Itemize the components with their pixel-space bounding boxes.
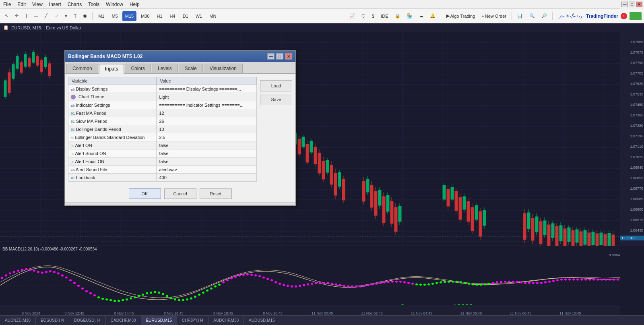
ok-button[interactable]: OK bbox=[129, 188, 161, 199]
save-button[interactable]: Save bbox=[260, 94, 292, 105]
row-alert-on[interactable]: ▷ Alert ON false bbox=[68, 141, 257, 149]
dialog-titlebar: Bollinger Bands MACD MT5 1.02 — □ ✕ bbox=[65, 51, 295, 62]
row-alert-sound-file[interactable]: ab Alert Sound File alert.wav bbox=[68, 166, 257, 174]
row-alert-on-var: ▷ Alert ON bbox=[68, 141, 157, 149]
row-chart-theme-val: Light bbox=[157, 93, 257, 101]
row-alert-sound-file-val: alert.wav bbox=[157, 166, 257, 174]
row-lookback-val: 400 bbox=[157, 174, 257, 182]
ab-icon-2: ab bbox=[71, 104, 75, 108]
tab-scale[interactable]: Scale bbox=[179, 64, 203, 73]
cancel-button[interactable]: Cancel bbox=[164, 188, 196, 199]
row-display-settings-val: ========== Display Settings =======... bbox=[157, 85, 257, 93]
dialog-footer: OK Cancel Reset bbox=[65, 185, 295, 202]
row-alert-email-val: false bbox=[157, 157, 257, 166]
dialog-controls: — □ ✕ bbox=[267, 53, 292, 60]
dialog-tabs: Common Inputs Colors Levels Scale Visual… bbox=[65, 62, 295, 74]
ab-icon-1: ab bbox=[71, 87, 75, 91]
row-alert-email-var: ▷ Alert Email ON bbox=[68, 157, 157, 166]
row-bb-period-val: 10 bbox=[157, 125, 257, 133]
01-icon-4: 01 bbox=[71, 176, 75, 180]
dialog-minimize[interactable]: — bbox=[267, 53, 275, 60]
01-icon-2: 01 bbox=[71, 120, 75, 124]
reset-button[interactable]: Reset bbox=[200, 188, 232, 199]
row-display-settings-var: ab Display Settings bbox=[68, 85, 157, 93]
row-slow-ma[interactable]: 01 Slow MA Period 26 bbox=[68, 117, 257, 125]
row-alert-sound-val: false bbox=[157, 149, 257, 157]
tab-colors[interactable]: Colors bbox=[125, 64, 151, 73]
01-icon-1: 01 bbox=[71, 112, 75, 116]
params-table: Variable Value ab Display Settings =====… bbox=[68, 77, 257, 182]
dialog-content: Variable Value ab Display Settings =====… bbox=[65, 74, 295, 185]
row-alert-sound-var: ▷ Alert Sound ON bbox=[68, 149, 157, 157]
load-button[interactable]: Load bbox=[260, 80, 292, 91]
row-bb-period-var: 01 Bollinger Bands Period bbox=[68, 125, 157, 133]
arrow-icon-1: ▷ bbox=[71, 143, 74, 148]
row-bb-period[interactable]: 01 Bollinger Bands Period 10 bbox=[68, 125, 257, 133]
frac-icon: ½ bbox=[71, 136, 74, 140]
row-fast-ma-var: 01 Fast MA Period bbox=[68, 109, 157, 117]
tab-levels[interactable]: Levels bbox=[152, 64, 178, 73]
row-fast-ma-val: 12 bbox=[157, 109, 257, 117]
row-bb-stddev-val: 2.5 bbox=[157, 133, 257, 141]
row-slow-ma-val: 26 bbox=[157, 117, 257, 125]
row-lookback-var: 01 Lookback bbox=[68, 174, 157, 182]
row-indicator-settings-var: ab Indicator Settings bbox=[68, 101, 157, 109]
01-icon-3: 01 bbox=[71, 128, 75, 132]
tab-inputs[interactable]: Inputs bbox=[99, 64, 124, 74]
row-bb-stddev-var: ½ Bollinger Bands Standard Deviation bbox=[68, 133, 157, 141]
row-indicator-settings[interactable]: ab Indicator Settings ========== Indicat… bbox=[68, 101, 257, 109]
row-bb-stddev[interactable]: ½ Bollinger Bands Standard Deviation 2.5 bbox=[68, 133, 257, 141]
dialog-maximize[interactable]: □ bbox=[276, 53, 283, 60]
row-alert-email[interactable]: ▷ Alert Email ON false bbox=[68, 157, 257, 166]
dialog-bollinger: Bollinger Bands MACD MT5 1.02 — □ ✕ Comm… bbox=[64, 50, 296, 206]
dialog-close[interactable]: ✕ bbox=[285, 53, 292, 60]
dialog-title: Bollinger Bands MACD MT5 1.02 bbox=[68, 54, 142, 59]
dialog-resize-handle[interactable] bbox=[65, 202, 295, 205]
arrow-icon-3: ▷ bbox=[71, 159, 74, 164]
palette-icon-1 bbox=[71, 95, 76, 99]
col-variable: Variable bbox=[68, 77, 157, 85]
row-slow-ma-var: 01 Slow MA Period bbox=[68, 117, 157, 125]
row-chart-theme[interactable]: Chart Theme Light bbox=[68, 93, 257, 101]
ab-icon-3: ab bbox=[71, 168, 75, 172]
row-indicator-settings-val: ========== Indicator Settings =======... bbox=[157, 101, 257, 109]
dialog-overlay: Bollinger Bands MACD MT5 1.02 — □ ✕ Comm… bbox=[0, 0, 644, 325]
tab-common[interactable]: Common bbox=[66, 64, 98, 73]
row-lookback[interactable]: 01 Lookback 400 bbox=[68, 174, 257, 182]
row-alert-on-val: false bbox=[157, 141, 257, 149]
row-chart-theme-var: Chart Theme bbox=[68, 93, 157, 101]
row-display-settings[interactable]: ab Display Settings ========== Display S… bbox=[68, 85, 257, 93]
col-value: Value bbox=[157, 77, 257, 85]
arrow-icon-2: ▷ bbox=[71, 151, 74, 156]
row-fast-ma[interactable]: 01 Fast MA Period 12 bbox=[68, 109, 257, 117]
row-alert-sound[interactable]: ▷ Alert Sound ON false bbox=[68, 149, 257, 157]
row-alert-sound-file-var: ab Alert Sound File bbox=[68, 166, 157, 174]
tab-visualization[interactable]: Visualization bbox=[204, 64, 243, 73]
